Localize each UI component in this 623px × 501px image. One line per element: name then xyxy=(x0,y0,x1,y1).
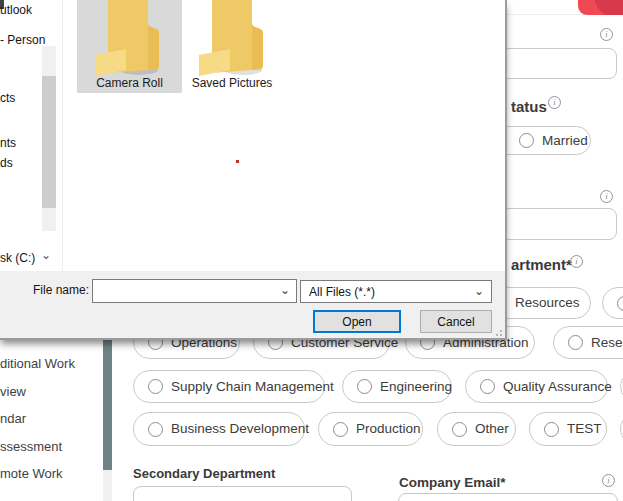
sidebar-item-calendar[interactable]: ndar xyxy=(0,412,26,425)
dialog-scrollbar-thumb[interactable] xyxy=(42,76,56,208)
radio-icon xyxy=(333,422,348,437)
radio-icon xyxy=(568,335,583,350)
screen: i tatus i Married i artment* i Resources… xyxy=(0,0,623,501)
radio-icon xyxy=(544,422,559,437)
secondary-department-input[interactable] xyxy=(133,486,352,501)
radio-pill-other[interactable]: Other xyxy=(437,412,516,446)
sidebar-item-assessment[interactable]: ssessment xyxy=(0,440,62,453)
radio-pill-test[interactable]: TEST xyxy=(529,412,607,446)
chevron-down-icon[interactable]: ⌄ xyxy=(280,284,290,296)
secondary-department-label: Secondary Department xyxy=(133,467,275,480)
file-name-combo: ⌄ xyxy=(92,279,297,303)
sidebar-item-additional-work[interactable]: ditional Work xyxy=(0,357,75,370)
radio-pill-business-development[interactable]: Business Development xyxy=(133,412,305,446)
file-name-label: File name: xyxy=(33,284,89,296)
open-button[interactable]: Open xyxy=(313,310,401,333)
page-scrollbar-thumb[interactable] xyxy=(103,340,112,470)
radio-pill-label: Married xyxy=(542,134,588,148)
radio-icon xyxy=(617,296,623,311)
file-name-saved-pictures[interactable]: Saved Pictures xyxy=(182,77,282,89)
folder-icon xyxy=(199,0,263,76)
info-icon[interactable]: i xyxy=(600,190,613,203)
profile-badge[interactable] xyxy=(578,0,623,15)
radio-icon xyxy=(148,422,163,437)
dialog-nav-downloads[interactable]: ds xyxy=(0,157,13,169)
cancel-button[interactable]: Cancel xyxy=(420,310,492,333)
dialog-nav-onedrive-personal[interactable]: - Person xyxy=(0,34,45,46)
dialog-nav-documents[interactable]: nts xyxy=(0,137,16,149)
marital-status-heading: tatus xyxy=(511,99,547,114)
dialog-file-list: Camera Roll Saved Pictures xyxy=(62,0,505,271)
file-type-selected: All Files (*.*) xyxy=(309,285,375,299)
info-icon[interactable]: i xyxy=(548,96,561,109)
dialog-nav-outlook[interactable]: utlook xyxy=(0,4,32,16)
chevron-down-icon: ⌄ xyxy=(474,285,484,297)
dialog-nav-objects[interactable]: cts xyxy=(0,92,15,104)
company-email-label: Company Email* xyxy=(399,476,506,490)
cursor-dot xyxy=(236,160,239,163)
radio-icon xyxy=(357,379,372,394)
chevron-down-icon[interactable]: ⌄ xyxy=(41,248,51,262)
company-email-input[interactable] xyxy=(398,493,618,501)
info-icon[interactable]: i xyxy=(600,28,613,41)
radio-pill-quality-assurance[interactable]: Quality Assurance xyxy=(465,370,608,403)
radio-icon xyxy=(452,422,467,437)
file-open-dialog: utlook - Person cts nts ds sk (C:) ⌄ Cam… xyxy=(0,0,507,340)
radio-icon xyxy=(480,379,495,394)
radio-icon xyxy=(519,133,534,148)
resize-grip[interactable] xyxy=(491,327,503,337)
file-name-input[interactable] xyxy=(92,279,297,303)
info-icon[interactable]: i xyxy=(602,474,615,487)
folder-icon xyxy=(95,0,159,76)
radio-pill-research[interactable]: Research xyxy=(553,326,623,359)
info-icon[interactable]: i xyxy=(570,255,583,268)
radio-icon xyxy=(148,379,163,394)
department-heading: artment* xyxy=(511,257,572,272)
radio-pill-engineering[interactable]: Engineering xyxy=(342,370,452,403)
radio-pill-production[interactable]: Production xyxy=(318,412,423,446)
dialog-nav-local-disk-c[interactable]: sk (C:) xyxy=(0,252,35,264)
file-type-select[interactable]: All Files (*.*) ⌄ xyxy=(300,280,492,303)
radio-pill-supply-chain[interactable]: Supply Chain Management xyxy=(133,370,325,403)
sidebar-item-remote-work[interactable]: mote Work xyxy=(0,467,63,480)
profile-badge-circle xyxy=(594,0,623,15)
radio-pill-clipped[interactable] xyxy=(602,287,623,319)
sidebar-item-view[interactable]: view xyxy=(0,385,26,398)
dialog-bottom-bar: File name: ⌄ All Files (*.*) ⌄ Open Canc… xyxy=(0,271,505,338)
file-name-camera-roll[interactable]: Camera Roll xyxy=(77,77,182,89)
